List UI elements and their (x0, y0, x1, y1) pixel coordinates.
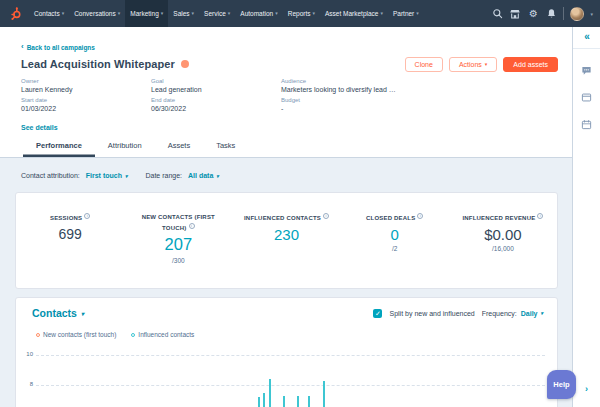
add-assets-button[interactable]: Add assets (503, 57, 558, 72)
marketplace-icon[interactable] (509, 8, 521, 20)
main-content: ‹ Back to all campaigns Lead Acquisition… (0, 27, 572, 407)
split-checkbox-label: Split by new and influenced (389, 310, 474, 317)
y-axis-tick: 8 (20, 381, 33, 387)
date-range-label: Date range: (145, 172, 182, 179)
field-audience: Audience Marketers looking to diversify … (281, 78, 558, 93)
metric-goal: /16,000 (456, 245, 550, 252)
date-range-dropdown[interactable]: All data ▾ (188, 172, 219, 179)
report-filters: Contact attribution: First touch ▾ Date … (0, 158, 572, 189)
expand-panel-icon[interactable]: › (573, 384, 600, 394)
chart-legend: New contacts (first touch) Influenced co… (36, 331, 543, 338)
metric-influenced-contacts: INFLUENCED CONTACTS 230 (232, 213, 340, 288)
info-icon[interactable] (84, 213, 90, 219)
divider (573, 48, 600, 49)
legend-item-influenced-contacts[interactable]: Influenced contacts (131, 331, 194, 338)
field-end-date: End date 06/30/2022 (151, 97, 281, 112)
frequency-dropdown[interactable]: Daily ▾ (521, 310, 543, 317)
page-title: Lead Acquisition Whitepaper (21, 58, 175, 70)
chevron-down-icon: ▾ (380, 11, 383, 16)
comments-icon[interactable] (581, 65, 592, 76)
field-owner: Owner Lauren Kennedy (21, 78, 151, 93)
notifications-bell-icon[interactable] (545, 8, 557, 20)
chart-bar (258, 397, 260, 407)
actions-dropdown-button[interactable]: Actions▾ (449, 57, 497, 72)
search-icon[interactable] (491, 8, 503, 20)
calendar-icon[interactable] (581, 119, 592, 130)
tab-performance[interactable]: Performance (23, 141, 95, 157)
info-icon[interactable] (323, 213, 329, 219)
legend-dot-icon (131, 333, 135, 337)
metric-goal: /300 (131, 257, 225, 264)
contact-attribution-dropdown[interactable]: First touch ▾ (86, 172, 128, 179)
chevron-down-icon: ▾ (485, 62, 488, 67)
chevron-down-icon: ▾ (540, 310, 543, 316)
metric-goal (23, 244, 117, 251)
title-row: Lead Acquisition Whitepaper Clone Action… (21, 56, 558, 72)
y-axis-tick: 10 (20, 351, 33, 357)
header-actions: Clone Actions▾ Add assets (405, 57, 558, 72)
chevron-down-icon: ▾ (81, 310, 84, 317)
metric-new-contacts: NEW CONTACTS (FIRST TOUCH) 207 /300 (124, 213, 232, 288)
gridline-8 (36, 385, 545, 386)
split-checkbox[interactable]: ✓ (373, 309, 382, 318)
nav-item-asset-marketplace[interactable]: Asset Marketplace▾ (320, 0, 388, 27)
tab-attribution[interactable]: Attribution (95, 141, 155, 157)
nav-utilities: ⚙ ▾ (491, 0, 600, 27)
chevron-down-icon: ▾ (62, 11, 65, 16)
info-icon[interactable] (417, 213, 423, 219)
chart-plot: 10 8 (36, 350, 545, 407)
nav-item-contacts[interactable]: Contacts▾ (29, 0, 69, 27)
chart-bar (308, 396, 310, 407)
gridline-10 (36, 355, 545, 356)
chevron-down-icon: ▾ (161, 11, 164, 16)
nav-item-conversations[interactable]: Conversations▾ (69, 0, 125, 27)
collapse-panel-icon[interactable]: « (584, 27, 589, 48)
nav-item-partner[interactable]: Partner▾ (388, 0, 424, 27)
nav-item-service[interactable]: Service▾ (199, 0, 235, 27)
campaign-fields: Owner Lauren Kennedy Goal Lead generatio… (21, 78, 558, 116)
user-avatar[interactable] (570, 7, 584, 21)
info-icon[interactable] (537, 213, 543, 219)
metric-goal: /2 (348, 245, 442, 252)
contacts-metric-dropdown[interactable]: Contacts ▾ (32, 307, 84, 319)
chevron-down-icon[interactable]: ▾ (590, 11, 593, 17)
metric-value: $0.00 (456, 227, 550, 243)
chevron-down-icon: ▾ (416, 11, 419, 16)
campaign-status-dot (181, 60, 189, 68)
chevron-down-icon: ▾ (312, 11, 315, 16)
settings-gear-icon[interactable]: ⚙ (527, 8, 539, 20)
nav-divider (563, 7, 564, 20)
top-nav: Contacts▾ Conversations▾ Marketing▾ Sale… (0, 0, 600, 27)
chart-bar (323, 381, 325, 407)
tab-tasks[interactable]: Tasks (203, 141, 248, 157)
contact-attribution-label: Contact attribution: (21, 172, 80, 179)
nav-item-sales[interactable]: Sales▾ (168, 0, 199, 27)
nav-item-automation[interactable]: Automation▾ (235, 0, 282, 27)
chevron-down-icon: ▾ (192, 11, 195, 16)
nav-item-reports[interactable]: Reports▾ (283, 0, 320, 27)
field-goal: Goal Lead generation (151, 78, 281, 93)
metric-closed-deals: CLOSED DEALS 0 /2 (341, 213, 449, 288)
help-button[interactable]: Help (547, 370, 576, 399)
hubspot-logo-icon[interactable] (0, 0, 29, 27)
contacts-card-header: Contacts ▾ ✓ Split by new and influenced… (32, 307, 543, 319)
see-details-link[interactable]: See details (21, 124, 58, 131)
chevron-down-icon: ▾ (228, 11, 231, 16)
metrics-summary-card: SESSIONS 699 NEW CONTACTS (FIRST TOUCH) … (15, 192, 558, 289)
chart-bar (297, 396, 299, 407)
frequency-label: Frequency: (482, 310, 517, 317)
info-icon[interactable] (189, 223, 195, 229)
legend-dot-icon (36, 333, 40, 337)
legend-item-new-contacts[interactable]: New contacts (first touch) (36, 331, 116, 338)
chevron-down-icon: ▾ (118, 11, 121, 16)
campaign-tabs: Performance Attribution Assets Tasks (23, 141, 248, 157)
chevron-down-icon: ▾ (125, 173, 128, 179)
metric-value: 0 (348, 227, 442, 243)
tab-assets[interactable]: Assets (155, 141, 204, 157)
contact-panel-icon[interactable] (581, 92, 592, 103)
back-to-campaigns-link[interactable]: ‹ Back to all campaigns (21, 43, 95, 51)
field-budget: Budget - (281, 97, 558, 112)
clone-button[interactable]: Clone (405, 57, 443, 72)
chart-bar (269, 379, 271, 407)
nav-item-marketing[interactable]: Marketing▾ (125, 0, 168, 27)
